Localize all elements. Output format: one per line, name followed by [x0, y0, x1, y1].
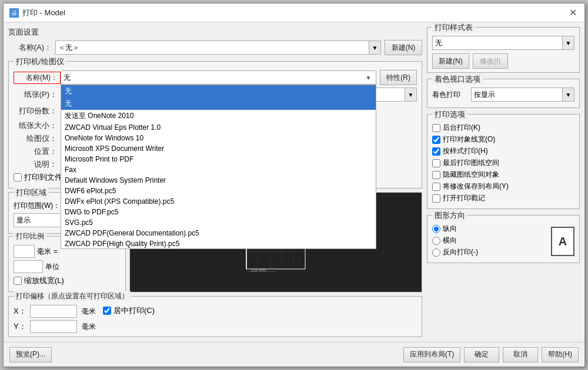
- scale-line-width-row: 缩放线宽(L): [14, 275, 121, 286]
- print-option-checkbox-0[interactable]: [432, 124, 440, 132]
- print-style-new-button[interactable]: 新建(N): [432, 53, 469, 69]
- print-option-checkbox-3[interactable]: [432, 159, 440, 167]
- plotter-name-selected[interactable]: 无 ▼: [61, 70, 376, 85]
- print-option-checkbox-6[interactable]: [432, 194, 440, 203]
- orientation-options: 纵向横向反向打印(-): [432, 224, 546, 259]
- paper-label: 纸张(P)：: [14, 89, 61, 100]
- position-label: 位置：: [14, 146, 61, 157]
- bottom-bar: 预览(P)... 应用到布局(T) 确定 取消 帮助(H): [4, 342, 584, 366]
- left-panel: 页面设置 名称(A)： ＜无＞ ▼ 新建(N) 打印机/绘图仪 名称(M)：: [8, 27, 422, 337]
- plotter-option-10[interactable]: DWFx ePlot (XPS Compatible).pc5: [61, 196, 376, 207]
- paper-arrow[interactable]: ▼: [405, 88, 417, 102]
- shaded-viewport-group: 着色视口选项 着色打印 按显示 ▼: [427, 79, 580, 108]
- cancel-button[interactable]: 取消: [503, 347, 538, 362]
- plotter-option-13[interactable]: ZWCAD PDF(General Documentation).pc5: [61, 228, 376, 238]
- shaded-input[interactable]: 按显示: [471, 88, 563, 102]
- offset-x-row: X： 0.000000 毫米: [14, 305, 96, 318]
- page-setup-section: 页面设置 名称(A)： ＜无＞ ▼ 新建(N): [8, 27, 422, 58]
- plotter-option-3[interactable]: ZWCAD Virtual Eps Plotter 1.0: [61, 122, 376, 133]
- plotter-group: 打印机/绘图仪 名称(M)： 无 ▼ 无无发送至 OneNote 2010ZWC…: [8, 61, 422, 189]
- bottom-left: 预览(P)...: [9, 347, 52, 362]
- plotter-option-6[interactable]: Microsoft Print to PDF: [61, 154, 376, 164]
- plotter-option-9[interactable]: DWF6 ePlot.pc5: [61, 186, 376, 196]
- scale-row2: 3.046 单位: [14, 260, 121, 273]
- shaded-row: 着色打印 按显示 ▼: [432, 88, 574, 102]
- plotter-option-4[interactable]: OneNote for Windows 10: [61, 133, 376, 143]
- plotter-name-value: 无: [64, 73, 363, 83]
- svg-text:216 MM: 216 MM: [251, 268, 266, 272]
- print-style-combo: 无 ▼: [432, 36, 574, 50]
- plotter-option-2[interactable]: 发送至 OneNote 2010: [61, 110, 376, 122]
- orientation-radio-0[interactable]: [432, 225, 440, 233]
- print-option-label-6: 打开打印戳记: [443, 193, 485, 203]
- print-style-edit-button[interactable]: 修改(I): [473, 53, 508, 69]
- offset-y-row: Y： 33.612667 毫米: [14, 320, 417, 333]
- center-print-label: 居中打印(C): [113, 305, 155, 316]
- shaded-label: 着色打印: [432, 90, 467, 100]
- page-setup-name-input[interactable]: ＜无＞: [55, 41, 369, 55]
- shaded-viewport-title: 着色视口选项: [432, 74, 483, 85]
- apply-button[interactable]: 应用到布局(T): [403, 347, 460, 362]
- scale-unit-value[interactable]: 3.046: [14, 260, 43, 273]
- print-offset-group: 打印偏移（原点设置在可打印区域） X： 0.000000 毫米 居中打印(C) …: [8, 296, 422, 337]
- dialog-title: 打印 - Model: [22, 8, 65, 18]
- print-option-row-5: 将修改保存到布局(Y): [432, 181, 574, 191]
- scale-value-input[interactable]: 1: [14, 245, 35, 258]
- print-style-arrow[interactable]: ▼: [563, 36, 574, 50]
- center-print-checkbox[interactable]: [103, 307, 111, 315]
- print-option-row-6: 打开打印戳记: [432, 193, 574, 203]
- shaded-arrow[interactable]: ▼: [563, 88, 574, 102]
- plotter-dropdown-list[interactable]: 无无发送至 OneNote 2010ZWCAD Virtual Eps Plot…: [61, 85, 376, 249]
- plotter-option-0[interactable]: 无: [61, 85, 376, 97]
- print-option-label-5: 将修改保存到布局(Y): [443, 181, 509, 191]
- titlebar-left: 🖨 打印 - Model: [9, 8, 65, 18]
- print-option-label-1: 打印对象线宽(O): [443, 134, 495, 144]
- plotter-property-button[interactable]: 特性(R): [380, 70, 417, 85]
- print-options-title: 打印选项: [432, 109, 467, 120]
- print-area-title: 打印区域: [14, 187, 49, 198]
- plotter-name-dropdown[interactable]: 无 ▼ 无无发送至 OneNote 2010ZWCAD Virtual Eps …: [61, 70, 376, 85]
- plotter-option-5[interactable]: Microsoft XPS Document Writer: [61, 143, 376, 154]
- offset-x-unit: 毫米: [82, 307, 96, 317]
- plotter-option-1[interactable]: 无: [61, 97, 376, 110]
- plotter-name-row: 名称(M)： 无 ▼ 无无发送至 OneNote 2010ZWCAD Virtu…: [14, 70, 417, 85]
- offset-y-input[interactable]: 33.612667: [30, 320, 77, 333]
- plotter-option-12[interactable]: SVG.pc5: [61, 217, 376, 228]
- bottom-right: 应用到布局(T) 确定 取消 帮助(H): [403, 347, 579, 362]
- print-to-file-label: 打印到文件: [24, 172, 62, 183]
- orientation-row-0: 纵向: [432, 224, 546, 234]
- offset-x-input[interactable]: 0.000000: [30, 305, 77, 318]
- scale-line-width-label: 缩放线宽(L): [24, 275, 64, 286]
- print-option-row-0: 后台打印(K): [432, 123, 574, 133]
- print-option-checkbox-1[interactable]: [432, 136, 440, 144]
- orientation-radio-2[interactable]: [432, 248, 440, 257]
- help-button[interactable]: 帮助(H): [542, 347, 579, 362]
- confirm-button[interactable]: 确定: [464, 347, 499, 362]
- page-setup-name-row: 名称(A)： ＜无＞ ▼ 新建(N): [8, 40, 422, 55]
- print-option-checkbox-2[interactable]: [432, 147, 440, 156]
- offset-y-label: Y：: [14, 321, 25, 332]
- print-option-checkbox-5[interactable]: [432, 183, 440, 191]
- preview-button[interactable]: 预览(P)...: [9, 347, 52, 362]
- orientation-radio-1[interactable]: [432, 237, 440, 245]
- paper-size-label: 纸张大小：: [14, 120, 61, 131]
- plotter-option-14[interactable]: ZWCAD PDF(High Quality Print).pc5: [61, 238, 376, 249]
- plotter-label: 绘图仪：: [14, 133, 61, 144]
- print-option-label-3: 最后打印图纸空间: [443, 158, 499, 168]
- page-setup-new-button[interactable]: 新建(N): [385, 40, 422, 55]
- plotter-name-arrow: ▼: [363, 75, 373, 81]
- close-button[interactable]: ✕: [567, 7, 579, 19]
- plotter-option-11[interactable]: DWG to PDF.pc5: [61, 207, 376, 217]
- plotter-option-7[interactable]: Fax: [61, 164, 376, 175]
- print-option-checkbox-4[interactable]: [432, 171, 440, 179]
- page-setup-title: 页面设置: [8, 27, 422, 38]
- print-icon: 🖨: [9, 8, 19, 18]
- page-setup-name-arrow[interactable]: ▼: [369, 41, 381, 55]
- print-to-file-checkbox[interactable]: [14, 173, 22, 181]
- plotter-option-8[interactable]: Default Windows System Printer: [61, 175, 376, 186]
- print-style-input[interactable]: 无: [432, 36, 563, 50]
- scale-line-width-checkbox[interactable]: [14, 277, 22, 285]
- copies-label: 打印份数：: [14, 106, 61, 116]
- orientation-label-2: 反向打印(-): [443, 247, 478, 257]
- plotter-group-title: 打印机/绘图仪: [14, 56, 66, 67]
